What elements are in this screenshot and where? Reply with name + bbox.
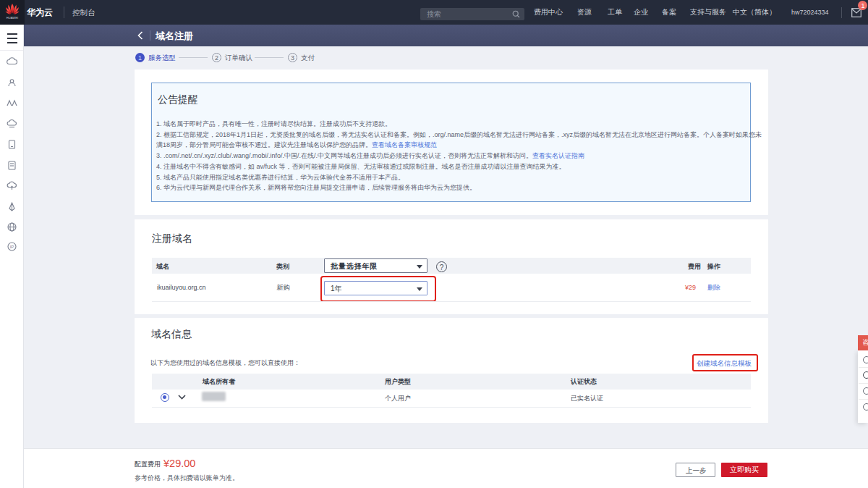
svg-text:HUAWEI: HUAWEI (7, 16, 18, 20)
svg-text:IP: IP (10, 245, 14, 249)
